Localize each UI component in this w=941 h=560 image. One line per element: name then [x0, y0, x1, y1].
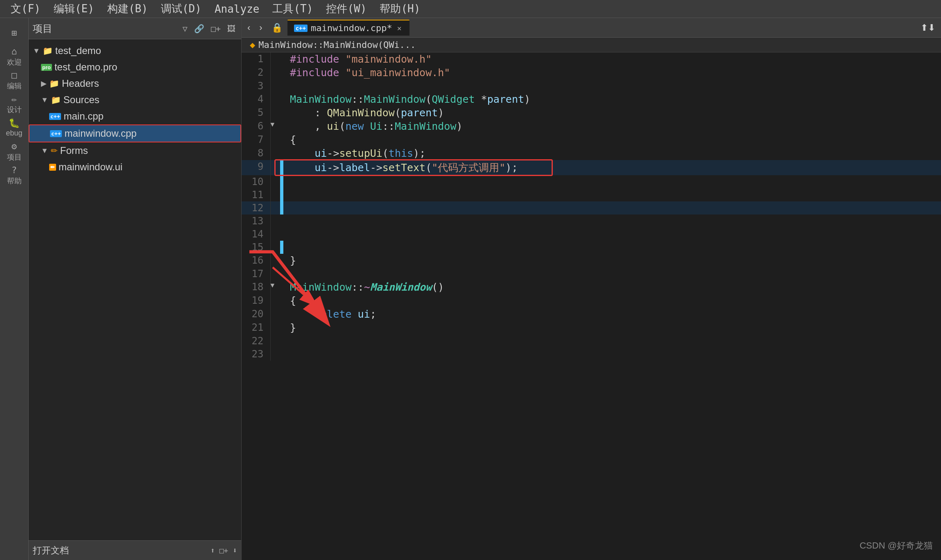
file-tree-panel: 项目 ▽ 🔗 □+ 🖼 ▼ 📁 test_demo pro test_demo.…	[29, 18, 242, 560]
add-icon[interactable]: □+	[209, 22, 222, 35]
line-content-9: ui->label->setText("代码方式调用");	[283, 160, 941, 175]
line-number-12: 12	[242, 201, 270, 215]
footer-arrows: ⬆ □+ ⬇	[210, 546, 237, 555]
bar-indicator-10	[280, 175, 283, 188]
sidebar-help-btn[interactable]: ? 帮助	[4, 165, 25, 186]
tree-item-pro[interactable]: pro test_demo.pro	[29, 59, 241, 75]
code-line-1: 1#include "mainwindow.h"	[242, 52, 941, 66]
headers-label: Headers	[62, 78, 99, 89]
line-content-13	[283, 215, 941, 228]
line-content-5: : QMainWindow(parent)	[283, 106, 941, 120]
bar-indicator-16	[280, 254, 283, 267]
pro-label: test_demo.pro	[54, 61, 117, 73]
bar-indicator-13	[280, 215, 283, 228]
bar-indicator-15	[280, 241, 283, 254]
main-content: ⊞ ⌂ 欢迎 □ 编辑 ✏ 设计 🐛 ebug ⚙ 项目 ? 帮助 项目	[0, 18, 941, 560]
tree-item-main-cpp[interactable]: c++ main.cpp	[29, 108, 241, 124]
fold-indicator-1	[270, 52, 280, 66]
fold-indicator-7	[270, 133, 280, 147]
tree-item-sources[interactable]: ▼ 📁 Sources	[29, 92, 241, 108]
tree-root[interactable]: ▼ 📁 test_demo	[29, 43, 241, 59]
bar-indicator-7	[280, 133, 283, 147]
sidebar-grid-icon[interactable]: ⊞	[4, 22, 25, 43]
menu-edit[interactable]: 编辑(E)	[47, 0, 101, 18]
line-number-21: 21	[242, 321, 270, 334]
line-number-23: 23	[242, 348, 270, 361]
tab-close-btn[interactable]: ✕	[396, 23, 403, 33]
code-line-7: 7{	[242, 133, 941, 147]
tree-items: ▼ 📁 test_demo pro test_demo.pro ▶ 📁 Head…	[29, 39, 241, 178]
sidebar-welcome-btn[interactable]: ⌂ 欢迎	[4, 46, 25, 67]
menu-debug[interactable]: 调试(D)	[154, 0, 208, 18]
open-doc-label: 打开文档	[33, 544, 69, 557]
line-content-18: MainWindow::~MainWindow()	[283, 280, 941, 294]
line-number-18: 18	[242, 280, 270, 294]
sidebar-project-btn[interactable]: ⚙ 项目	[4, 141, 25, 162]
tree-item-forms[interactable]: ▼ ✏ Forms	[29, 142, 241, 159]
tab-filename: mainwindow.cpp*	[311, 23, 392, 33]
line-number-8: 8	[242, 147, 270, 160]
folder-icon: 📁	[43, 46, 53, 56]
code-line-16: 16}	[242, 254, 941, 267]
sources-folder-icon: 📁	[51, 95, 61, 105]
filter-icon[interactable]: ▽	[181, 22, 189, 35]
bar-indicator-2	[280, 66, 283, 79]
line-number-20: 20	[242, 307, 270, 321]
code-line-2: 2#include "ui_mainwindow.h"	[242, 66, 941, 79]
code-line-10: 10	[242, 175, 941, 188]
cpp-icon-mainwindow: c++	[50, 130, 62, 137]
fold-indicator-6: ▼	[270, 120, 280, 133]
tab-cpp-icon: c++	[294, 25, 308, 32]
fold-indicator-10	[270, 175, 280, 188]
menu-analyze[interactable]: Analyze	[208, 1, 266, 17]
line-content-7: {	[283, 133, 941, 147]
bar-indicator-4	[280, 93, 283, 106]
line-content-19: {	[283, 294, 941, 307]
sidebar-debug-btn[interactable]: 🐛 ebug	[4, 117, 25, 138]
breadcrumb-bar: ◆ MainWindow::MainWindow(QWi...	[242, 38, 941, 52]
sidebar-design-btn[interactable]: ✏ 设计	[4, 93, 25, 115]
tab-options-btn[interactable]: ⬆⬇	[916, 20, 939, 36]
menu-tools[interactable]: 工具(T)	[266, 0, 319, 18]
code-line-22: 22	[242, 334, 941, 348]
code-area[interactable]: 1#include "mainwindow.h"2#include "ui_ma…	[242, 52, 941, 560]
tab-nav-forward[interactable]: ›	[255, 20, 266, 36]
line-number-5: 5	[242, 106, 270, 120]
line-number-7: 7	[242, 133, 270, 147]
menu-help[interactable]: 帮助(H)	[373, 0, 427, 18]
line-content-1: #include "mainwindow.h"	[283, 52, 941, 66]
menu-controls[interactable]: 控件(W)	[319, 0, 373, 18]
tab-nav-lock[interactable]: 🔒	[267, 20, 287, 36]
line-content-11	[283, 188, 941, 201]
code-line-15: 15	[242, 241, 941, 254]
menu-file[interactable]: 文(F)	[4, 0, 47, 18]
link-icon[interactable]: 🔗	[192, 22, 206, 35]
pro-icon: pro	[41, 64, 52, 71]
fold-indicator-14	[270, 228, 280, 241]
tree-item-mainwindow-ui[interactable]: ✏ mainwindow.ui	[29, 159, 241, 175]
fold-indicator-19	[270, 294, 280, 307]
line-number-16: 16	[242, 254, 270, 267]
image-icon[interactable]: 🖼	[226, 22, 237, 35]
sidebar-edit-btn[interactable]: □ 编辑	[4, 70, 25, 91]
code-line-4: 4MainWindow::MainWindow(QWidget *parent)	[242, 93, 941, 106]
code-line-12: 12	[242, 201, 941, 215]
line-number-3: 3	[242, 79, 270, 93]
headers-folder-icon: 📁	[49, 79, 59, 88]
code-line-5: 5 : QMainWindow(parent)	[242, 106, 941, 120]
tab-mainwindow-cpp[interactable]: c++ mainwindow.cpp* ✕	[287, 20, 410, 36]
menu-build[interactable]: 构建(B)	[101, 0, 154, 18]
line-number-14: 14	[242, 228, 270, 241]
tab-nav-back[interactable]: ‹	[243, 20, 254, 36]
code-line-20: 20 delete ui;	[242, 307, 941, 321]
line-content-15	[283, 241, 941, 254]
bar-indicator-8	[280, 147, 283, 160]
line-content-6: , ui(new Ui::MainWindow)	[283, 120, 941, 133]
sources-label: Sources	[63, 94, 100, 106]
code-editor: ‹ › 🔒 c++ mainwindow.cpp* ✕ ⬆⬇ ◆ MainWin…	[242, 18, 941, 560]
tree-item-mainwindow-cpp[interactable]: c++ mainwindow.cpp	[29, 124, 241, 142]
code-line-18: 18▼MainWindow::~MainWindow()	[242, 280, 941, 294]
code-line-11: 11	[242, 188, 941, 201]
tree-item-headers[interactable]: ▶ 📁 Headers	[29, 75, 241, 92]
expand-arrow: ▼	[33, 47, 40, 55]
